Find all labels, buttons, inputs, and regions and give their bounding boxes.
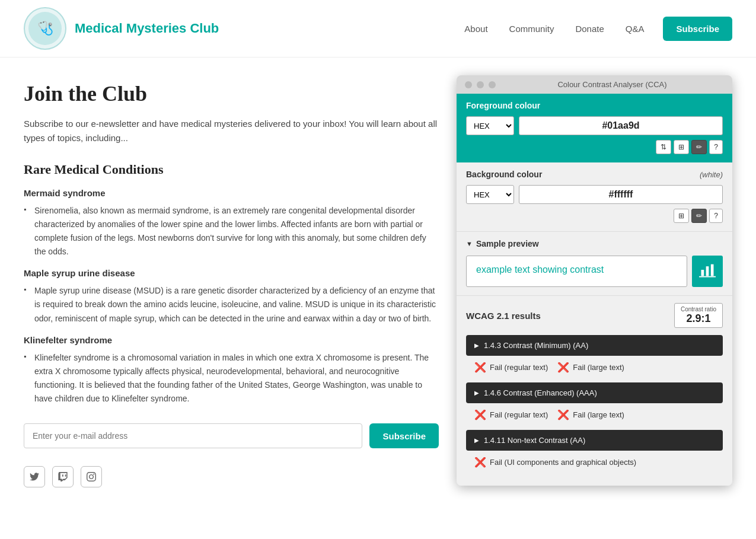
bar-chart-icon	[699, 261, 716, 281]
titlebar-dot-green	[489, 81, 496, 88]
wcag-block-2: ▶ 1.4.11 Non-text Contrast (AA) ❌ Fail (…	[466, 430, 723, 473]
fail-icon-0-1: ❌	[557, 362, 569, 373]
main-container: Join the Club Subscribe to our e-newslet…	[0, 58, 756, 505]
preview-row: example text showing contrast	[466, 256, 723, 287]
condition-title-2: Klinefelter syndrome	[24, 335, 439, 345]
condition-desc-2: Klinefelter syndrome is a chromosomal va…	[24, 351, 439, 406]
right-column: Colour Contrast Analyser (CCA) Foregroun…	[457, 81, 732, 487]
wcag-row-1[interactable]: ▶ 1.4.6 Contrast (Enhanced) (AAA)	[466, 382, 723, 403]
social-icons	[24, 466, 439, 487]
email-input[interactable]	[24, 423, 362, 448]
contrast-ratio-value: 2.9:1	[681, 312, 716, 325]
fg-adjust-btn[interactable]: ⊞	[674, 140, 689, 154]
condition-klinefelter: Klinefelter syndrome Klinefelter syndrom…	[24, 335, 439, 406]
condition-title-1: Maple syrup urine disease	[24, 268, 439, 278]
cca-titlebar: Colour Contrast Analyser (CCA)	[457, 75, 732, 94]
wcag-block-0: ▶ 1.4.3 Contrast (Minimum) (AA) ❌ Fail (…	[466, 335, 723, 378]
svg-rect-0	[701, 270, 704, 276]
wcag-title: WCAG 2.1 results	[466, 311, 541, 321]
condition-mermaid: Mermaid syndrome Sirenomelia, also known…	[24, 188, 439, 259]
fail-icon-0-0: ❌	[474, 362, 486, 373]
wcag-criterion-0: 1.4.3 Contrast (Minimum) (AA)	[484, 341, 588, 350]
logo-circle: 🩺	[24, 7, 66, 50]
nav-donate[interactable]: Donate	[567, 19, 612, 39]
preview-text: example text showing contrast	[466, 256, 687, 287]
preview-header: ▼ Sample preview	[466, 239, 723, 248]
page-title: Join the Club	[24, 81, 439, 106]
fg-eyedropper-btn[interactable]: ✏	[691, 140, 707, 154]
main-nav: About Community Donate Q&A Subscribe	[456, 17, 732, 41]
wcag-result-label-0-0: Fail (regular text)	[490, 363, 548, 372]
wcag-result-label-0-1: Fail (large text)	[573, 363, 624, 372]
play-icon-0: ▶	[474, 342, 479, 349]
preview-section: ▼ Sample preview example text showing co…	[457, 231, 732, 295]
wcag-criterion-1: 1.4.6 Contrast (Enhanced) (AAA)	[484, 388, 597, 397]
wcag-result-label-1-1: Fail (large text)	[573, 410, 624, 419]
bg-label: Background colour	[466, 170, 542, 179]
svg-rect-1	[706, 266, 709, 276]
wcag-result-2-0: ❌ Fail (UI components and graphical obje…	[474, 457, 636, 468]
wcag-result-label-1-0: Fail (regular text)	[490, 410, 548, 419]
wcag-results-2: ❌ Fail (UI components and graphical obje…	[466, 451, 723, 473]
subscribe-form: Subscribe	[24, 423, 439, 448]
twitter-icon[interactable]	[24, 466, 45, 487]
preview-arrow-icon: ▼	[466, 240, 473, 247]
wcag-results-0: ❌ Fail (regular text) ❌ Fail (large text…	[466, 356, 723, 378]
wcag-criterion-2: 1.4.11 Non-text Contrast (AA)	[484, 436, 585, 445]
bg-hex-input[interactable]	[519, 185, 723, 204]
condition-maple: Maple syrup urine disease Maple syrup ur…	[24, 268, 439, 325]
fail-icon-2-0: ❌	[474, 457, 486, 468]
logo-area: 🩺 Medical Mysteries Club	[24, 7, 219, 50]
instagram-icon[interactable]	[81, 466, 102, 487]
fg-section: Foreground colour HEX RGB HSL ⇅ ⊞ ✏ ?	[457, 94, 732, 162]
nav-qa[interactable]: Q&A	[617, 19, 653, 39]
bg-eyedropper-btn[interactable]: ✏	[691, 209, 707, 223]
bg-section: Background colour (white) HEX RGB HSL ⊞ …	[457, 162, 732, 231]
site-title: Medical Mysteries Club	[75, 21, 219, 36]
play-icon-2: ▶	[474, 437, 479, 444]
wcag-block-1: ▶ 1.4.6 Contrast (Enhanced) (AAA) ❌ Fail…	[466, 382, 723, 425]
nav-about[interactable]: About	[456, 19, 496, 39]
titlebar-dot-red	[465, 81, 472, 88]
bg-help-btn[interactable]: ?	[709, 209, 723, 223]
wcag-header-row: WCAG 2.1 results Contrast ratio 2.9:1	[466, 303, 723, 328]
fg-input-row: HEX RGB HSL	[466, 116, 723, 135]
site-header: 🩺 Medical Mysteries Club About Community…	[0, 0, 756, 58]
condition-title-0: Mermaid syndrome	[24, 188, 439, 198]
bg-format-select[interactable]: HEX RGB HSL	[466, 185, 514, 204]
fg-format-select[interactable]: HEX RGB HSL	[466, 116, 514, 135]
wcag-result-label-2-0: Fail (UI components and graphical object…	[490, 458, 636, 467]
subscribe-form-button[interactable]: Subscribe	[369, 423, 439, 448]
cca-window: Colour Contrast Analyser (CCA) Foregroun…	[457, 75, 732, 486]
fg-help-btn[interactable]: ?	[709, 140, 723, 154]
fg-tools: ⇅ ⊞ ✏ ?	[466, 140, 723, 154]
logo-icon: 🩺	[28, 12, 62, 45]
wcag-result-0-1: ❌ Fail (large text)	[557, 362, 624, 373]
nav-community[interactable]: Community	[501, 19, 563, 39]
fail-icon-1-0: ❌	[474, 409, 486, 420]
fg-swap-btn[interactable]: ⇅	[656, 140, 671, 154]
contrast-ratio-box: Contrast ratio 2.9:1	[674, 303, 723, 328]
wcag-results-1: ❌ Fail (regular text) ❌ Fail (large text…	[466, 403, 723, 425]
twitch-icon[interactable]	[52, 466, 74, 487]
condition-desc-1: Maple syrup urine disease (MSUD) is a ra…	[24, 284, 439, 325]
bg-white-hint: (white)	[700, 170, 723, 179]
bg-input-row: HEX RGB HSL	[466, 185, 723, 204]
wcag-row-0[interactable]: ▶ 1.4.3 Contrast (Minimum) (AA)	[466, 335, 723, 356]
cca-title: Colour Contrast Analyser (CCA)	[500, 80, 724, 89]
wcag-row-2[interactable]: ▶ 1.4.11 Non-text Contrast (AA)	[466, 430, 723, 451]
contrast-ratio-label: Contrast ratio	[681, 306, 716, 312]
section-title: Rare Medical Conditions	[24, 162, 439, 177]
bg-adjust-btn[interactable]: ⊞	[674, 209, 689, 223]
bg-tools: ⊞ ✏ ?	[466, 209, 723, 223]
header-subscribe-button[interactable]: Subscribe	[663, 17, 732, 41]
preview-chart-button[interactable]	[692, 256, 723, 287]
bg-label-row: Background colour (white)	[466, 170, 723, 179]
titlebar-dot-yellow	[477, 81, 484, 88]
wcag-result-1-0: ❌ Fail (regular text)	[474, 409, 548, 420]
wcag-result-1-1: ❌ Fail (large text)	[557, 409, 624, 420]
wcag-result-0-0: ❌ Fail (regular text)	[474, 362, 548, 373]
fail-icon-1-1: ❌	[557, 409, 569, 420]
fg-hex-input[interactable]	[519, 116, 723, 135]
svg-rect-2	[711, 264, 714, 276]
